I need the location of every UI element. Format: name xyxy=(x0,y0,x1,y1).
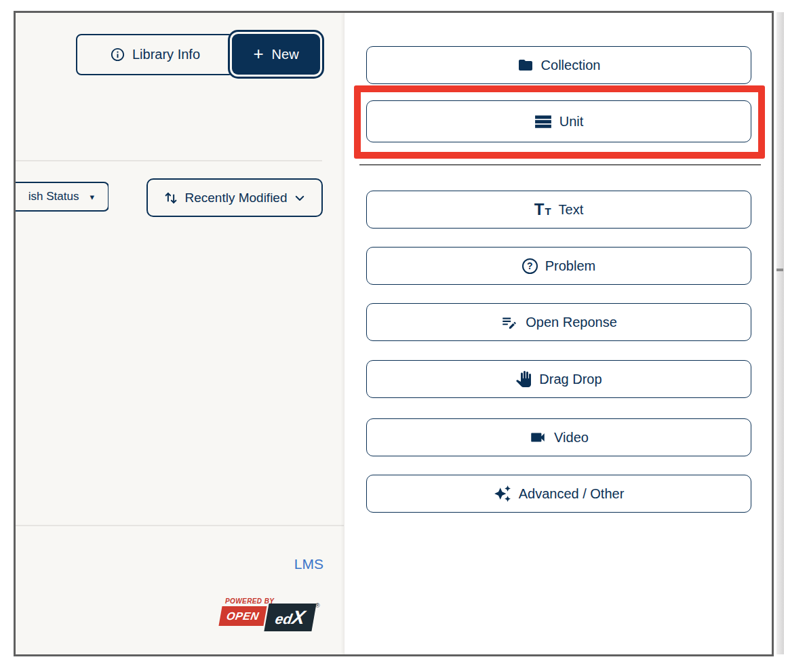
new-button[interactable]: + New xyxy=(232,34,320,75)
add-text-button[interactable]: TT Text xyxy=(366,191,751,229)
toolbar-divider xyxy=(16,160,322,161)
page-scrollbar[interactable] xyxy=(776,12,784,654)
add-drag-drop-button[interactable]: Drag Drop xyxy=(366,360,751,398)
add-advanced-button[interactable]: Advanced / Other xyxy=(366,475,751,513)
add-video-label: Video xyxy=(554,430,589,446)
add-video-button[interactable]: Video xyxy=(366,418,751,456)
scrollbar-thumb[interactable] xyxy=(776,269,783,271)
text-type-icon: TT xyxy=(534,201,551,218)
lms-link[interactable]: LMS xyxy=(258,556,323,572)
publish-status-label: ish Status xyxy=(28,190,79,203)
sort-label: Recently Modified xyxy=(184,191,287,205)
add-collection-label: Collection xyxy=(541,58,601,73)
sort-arrows-icon xyxy=(163,191,178,205)
question-mark: ? xyxy=(527,260,533,271)
publish-status-dropdown[interactable]: ish Status ▾ xyxy=(16,180,109,213)
question-circle-icon: ? xyxy=(522,258,538,274)
chevron-down-icon xyxy=(294,192,306,204)
add-problem-button[interactable]: ? Problem xyxy=(366,247,751,285)
new-button-label: New xyxy=(272,47,299,62)
open-edx-logo: POWERED BY OPEN edX ® xyxy=(220,597,319,639)
add-drag-drop-label: Drag Drop xyxy=(539,372,602,387)
footer-divider xyxy=(16,525,344,526)
library-info-label: Library Info xyxy=(132,47,200,62)
add-open-response-label: Open Reponse xyxy=(526,315,617,330)
powered-by-label: POWERED BY xyxy=(225,597,274,605)
publish-status-button[interactable]: ish Status ▾ xyxy=(16,182,109,212)
add-unit-button[interactable]: Unit xyxy=(366,100,751,142)
edit-note-icon xyxy=(500,313,518,331)
add-text-label: Text xyxy=(559,202,584,218)
sparkles-icon xyxy=(494,485,511,502)
video-camera-icon xyxy=(529,429,547,446)
info-icon xyxy=(110,47,125,62)
add-advanced-label: Advanced / Other xyxy=(519,486,625,502)
folder-icon xyxy=(517,57,534,73)
text-icon-big-t: T xyxy=(534,201,545,218)
panel-divider xyxy=(359,164,761,165)
hand-icon xyxy=(515,371,532,387)
library-info-button[interactable]: Library Info xyxy=(76,34,234,75)
unit-list-icon xyxy=(534,113,552,130)
text-icon-small-t: T xyxy=(545,206,551,216)
add-unit-label: Unit xyxy=(559,114,584,130)
registered-mark: ® xyxy=(315,602,320,609)
add-open-response-button[interactable]: Open Reponse xyxy=(366,303,751,341)
logo-open-box: OPEN xyxy=(218,606,267,626)
plus-icon: + xyxy=(253,45,263,62)
add-problem-label: Problem xyxy=(545,258,595,274)
logo-edx-box: edX xyxy=(264,604,316,631)
sort-dropdown-button[interactable]: Recently Modified xyxy=(146,178,323,217)
screenshot-page: Library Info + New ish Status ▾ Recently… xyxy=(0,0,788,672)
caret-down-icon: ▾ xyxy=(90,193,94,201)
add-collection-button[interactable]: Collection xyxy=(366,46,751,84)
